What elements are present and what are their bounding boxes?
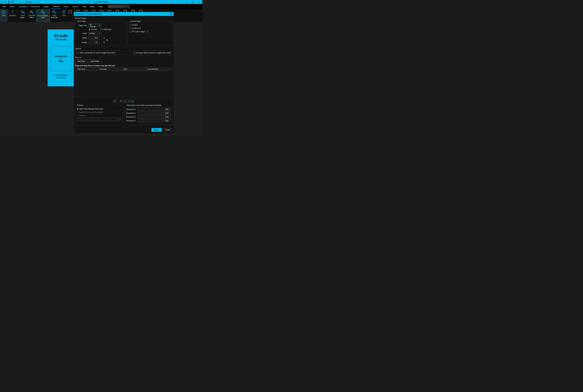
move-up-button[interactable]: [123, 99, 126, 103]
width-spinner[interactable]: ▴▾: [99, 36, 102, 40]
password-input-3[interactable]: [138, 116, 162, 118]
password-edit-button[interactable]: Edit: [163, 112, 171, 115]
logo: xodo: [54, 34, 68, 38]
menubar: FileHomeCommentDocumentPagesConvertForms…: [0, 4, 202, 9]
password-row-2: Password 2:Edit: [126, 112, 171, 115]
dropdown-icon[interactable]: [4, 0, 6, 4]
menu-file[interactable]: File: [1, 4, 8, 9]
menu-secure[interactable]: Secure: [71, 4, 81, 9]
append-radio[interactable]: Append To Current Document: [77, 111, 103, 113]
landscape-radio[interactable]: Landscape: [100, 28, 112, 30]
folder-open-icon[interactable]: [1, 0, 4, 4]
search-input[interactable]: [109, 6, 129, 8]
svg-rect-13: [63, 11, 65, 14]
fit-crop-checkbox[interactable]: Fit crop to page?: [129, 30, 148, 32]
scale-checkbox[interactable]: Scale to fit: [129, 27, 141, 29]
password-input-2[interactable]: [138, 112, 162, 115]
bookmark-checkbox[interactable]: Add a bookmark for each merged document: [77, 52, 115, 54]
col-modified[interactable]: Last Modified: [146, 68, 172, 71]
password-input-4[interactable]: [138, 119, 162, 122]
dialog-close-button[interactable]: [170, 13, 172, 15]
close-button[interactable]: Close: [163, 128, 172, 132]
link-dimensions-icon[interactable]: ⇅: [106, 39, 108, 42]
text-tool[interactable]: Text: [60, 9, 67, 22]
password-edit-button[interactable]: Edit: [163, 119, 171, 122]
quick-access-toolbar: [0, 0, 41, 4]
move-down-button[interactable]: [127, 99, 130, 103]
rotate-left-icon[interactable]: [34, 0, 37, 4]
kb-link[interactable]: Knowledge Base: [54, 74, 68, 76]
file-drop-hint: Drag and drop files or folders into the …: [75, 64, 172, 67]
menu-home[interactable]: Home: [8, 4, 17, 9]
move-bottom-button[interactable]: [131, 99, 134, 103]
page-labels-checkbox[interactable]: Set page labels based on original file n…: [133, 52, 171, 54]
guide-link[interactable]: User Guide: [54, 76, 68, 79]
current-page-legend: Current Page: [129, 20, 141, 22]
rotate-right-icon[interactable]: [38, 0, 41, 4]
col-filename[interactable]: ⌵File name: [75, 68, 99, 71]
file-table-body[interactable]: [75, 71, 172, 97]
menu-forms[interactable]: Forms: [61, 4, 71, 9]
center-checkbox[interactable]: Center: [129, 24, 138, 26]
ribbon-label: From Multiple Files: [38, 15, 48, 19]
unit-label: in: [103, 42, 105, 44]
password-edit-button[interactable]: Edit: [163, 116, 171, 118]
search-tools-input[interactable]: [108, 5, 130, 8]
ribbon-label: From Image ⌵: [20, 14, 26, 19]
menu-convert[interactable]: Convert: [51, 4, 61, 9]
start-button[interactable]: Start...: [152, 128, 162, 132]
svg-rect-8: [42, 11, 43, 12]
app-title: Xodo PDF Studio: [94, 1, 108, 3]
minimize-button[interactable]: [183, 0, 189, 4]
save-as-input[interactable]: [77, 118, 116, 121]
help-icon[interactable]: ?: [146, 30, 148, 32]
selection-tool[interactable]: Selection⌵: [8, 9, 17, 22]
close-button[interactable]: [196, 0, 202, 4]
col-size[interactable]: Size: [123, 68, 146, 71]
password-edit-button[interactable]: Edit: [163, 108, 171, 111]
maximize-button[interactable]: [189, 0, 196, 4]
hand-tool[interactable]: Hand: [0, 9, 8, 22]
from-office-icon: [30, 10, 34, 14]
units-select[interactable]: Inches: [89, 32, 101, 35]
svg-rect-3: [30, 11, 31, 12]
ribbon-label: Text: [62, 14, 66, 16]
open-merged-radio[interactable]: Open New Merged Document: [77, 108, 103, 110]
menu-comment[interactable]: Comment: [17, 4, 29, 9]
menu-view[interactable]: View: [81, 4, 88, 9]
password-input-1[interactable]: [138, 108, 162, 111]
from-image-button[interactable]: From Image ⌵: [19, 9, 27, 22]
browse-button[interactable]: ...: [117, 118, 121, 121]
print-icon[interactable]: [25, 0, 29, 4]
col-filepath[interactable]: File path: [99, 68, 123, 71]
dropdown-icon[interactable]: [22, 0, 24, 4]
redo-icon[interactable]: [18, 0, 22, 4]
menu-batch[interactable]: Batch: [88, 4, 97, 9]
move-top-button[interactable]: [119, 99, 123, 103]
from-autocad-button[interactable]: DWG From AutoCAD: [50, 9, 59, 22]
height-spinner[interactable]: ▴▾: [99, 41, 102, 44]
portrait-radio[interactable]: Portrait: [89, 28, 97, 30]
from-ms-office-button[interactable]: From MS Office: [27, 9, 36, 22]
svg-rect-0: [192, 1, 193, 3]
height-input[interactable]: [89, 41, 98, 44]
drop-zone[interactable]: Drag and drop or Open: [50, 46, 72, 71]
ribbon-label: From AutoCAD: [51, 14, 58, 18]
from-multiple-files-button[interactable]: From Multiple Files: [36, 9, 50, 22]
menu-help[interactable]: Help: [97, 4, 105, 9]
password-row-1: Password 1:Edit: [126, 108, 171, 111]
dialog-titlebar[interactable]: Create PDF - From Multiple Files: [74, 12, 174, 16]
add-folder-button[interactable]: Add Folder: [88, 60, 102, 63]
save-icon[interactable]: [8, 0, 11, 4]
open-link[interactable]: Open: [59, 60, 63, 62]
menu-document[interactable]: Document: [29, 4, 42, 9]
save-as-radio[interactable]: Save As:: [77, 114, 86, 117]
width-input[interactable]: [89, 36, 98, 40]
page-size-select[interactable]: No change: [89, 24, 101, 27]
undo-icon[interactable]: [15, 0, 18, 4]
menu-pages[interactable]: Pages: [42, 4, 51, 9]
email-icon[interactable]: [29, 0, 32, 4]
save-all-icon[interactable]: [11, 0, 15, 4]
delete-button[interactable]: [113, 99, 117, 103]
add-files-button[interactable]: Add Files: [75, 60, 87, 63]
